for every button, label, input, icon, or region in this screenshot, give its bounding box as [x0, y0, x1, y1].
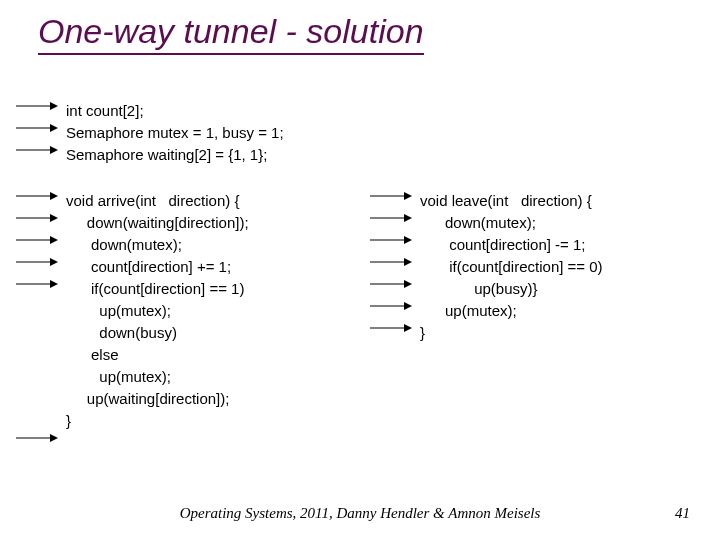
arrow-icon — [370, 256, 412, 266]
svg-marker-27 — [404, 280, 412, 288]
code-line: down(waiting[direction]); — [66, 214, 249, 231]
svg-marker-3 — [50, 124, 58, 132]
svg-marker-29 — [404, 302, 412, 310]
svg-marker-7 — [50, 192, 58, 200]
svg-marker-13 — [50, 258, 58, 266]
decl-line: Semaphore waiting[2] = {1, 1}; — [66, 144, 284, 166]
arrow-icon — [16, 122, 58, 132]
arrow-icon — [16, 432, 58, 442]
declarations-block: int count[2]; Semaphore mutex = 1, busy … — [66, 100, 284, 166]
svg-marker-11 — [50, 236, 58, 244]
code-line: else — [66, 346, 119, 363]
code-line: up(busy)} — [420, 280, 538, 297]
arrow-icon — [370, 300, 412, 310]
arrow-icon — [16, 190, 58, 200]
svg-marker-1 — [50, 102, 58, 110]
svg-marker-17 — [50, 434, 58, 442]
code-line: } — [66, 412, 71, 429]
decl-line: Semaphore mutex = 1, busy = 1; — [66, 122, 284, 144]
code-line: up(mutex); — [420, 302, 517, 319]
svg-marker-21 — [404, 214, 412, 222]
code-line: void leave(int direction) { — [420, 192, 592, 209]
arrow-icon — [370, 190, 412, 200]
code-line: count[direction] += 1; — [66, 258, 231, 275]
arrow-icon — [370, 322, 412, 332]
leave-code: void leave(int direction) { down(mutex);… — [420, 190, 603, 344]
code-line: up(mutex); — [66, 302, 171, 319]
code-line: down(mutex); — [66, 236, 182, 253]
arrive-code: void arrive(int direction) { down(waitin… — [66, 190, 249, 432]
svg-marker-25 — [404, 258, 412, 266]
arrow-icon — [16, 144, 58, 154]
arrow-icon — [16, 212, 58, 222]
arrow-icon — [16, 256, 58, 266]
code-line: void arrive(int direction) { — [66, 192, 239, 209]
svg-marker-23 — [404, 236, 412, 244]
arrow-icon — [370, 278, 412, 288]
code-line: up(mutex); — [66, 368, 171, 385]
svg-marker-9 — [50, 214, 58, 222]
arrow-icon — [16, 100, 58, 110]
svg-marker-5 — [50, 146, 58, 154]
arrow-icon — [16, 278, 58, 288]
footer-citation: Operating Systems, 2011, Danny Hendler &… — [0, 505, 720, 522]
code-line: if(count[direction] == 1) — [66, 280, 244, 297]
code-line: down(busy) — [66, 324, 177, 341]
code-line: } — [420, 324, 425, 341]
arrow-icon — [370, 234, 412, 244]
code-line: count[direction] -= 1; — [420, 236, 586, 253]
arrow-icon — [370, 212, 412, 222]
svg-marker-31 — [404, 324, 412, 332]
arrow-icon — [16, 234, 58, 244]
svg-marker-15 — [50, 280, 58, 288]
slide-title: One-way tunnel - solution — [38, 12, 424, 55]
decl-line: int count[2]; — [66, 100, 284, 122]
code-line: up(waiting[direction]); — [66, 390, 229, 407]
page-number: 41 — [675, 505, 690, 522]
svg-marker-19 — [404, 192, 412, 200]
code-line: if(count[direction] == 0) — [420, 258, 603, 275]
code-line: down(mutex); — [420, 214, 536, 231]
